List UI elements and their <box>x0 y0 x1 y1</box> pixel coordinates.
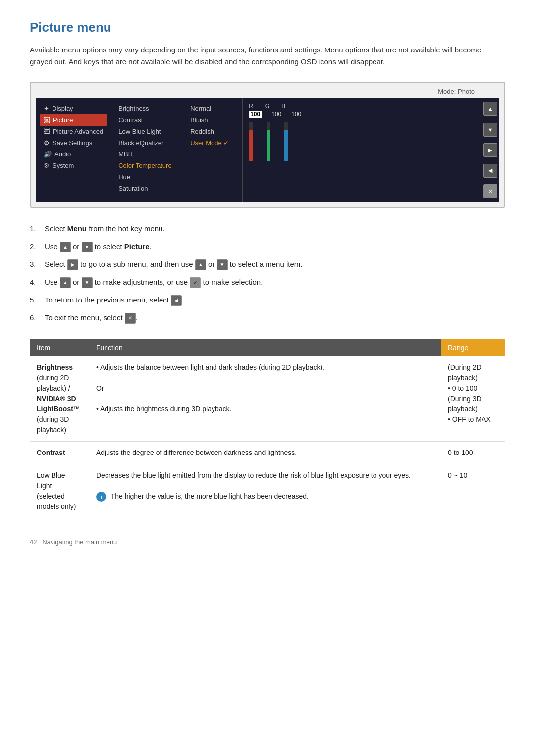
osd-sub-contrast[interactable]: Contrast <box>115 114 179 126</box>
table-row-contrast: Contrast Adjusts the degree of differenc… <box>30 442 505 464</box>
step4-check-btn[interactable]: ✓ <box>190 277 201 288</box>
step4-up-btn[interactable]: ▲ <box>60 277 71 288</box>
step6-exit-btn[interactable]: ✕ <box>125 313 136 324</box>
osd-col-options: Normal Bluish Reddish User Mode ✓ <box>183 98 243 202</box>
steps-list: 1. Select Menu from the hot key menu. 2.… <box>30 223 505 324</box>
osd-item-system[interactable]: ⚙ System <box>40 160 107 171</box>
picture-icon: 🖼 <box>44 116 50 124</box>
step-6: 6. To exit the menu, select ✕. <box>30 312 505 324</box>
step-3: 3. Select ▶ to go to a sub menu, and the… <box>30 258 505 270</box>
osd-item-display[interactable]: ✦ Display <box>40 103 107 114</box>
osd-col-rgb: R G B 100 100 100 <box>243 98 482 202</box>
rgb-bar-g <box>267 122 270 161</box>
picture-advanced-icon: 🖼 <box>44 128 50 135</box>
osd-item-picture-advanced[interactable]: 🖼 Picture Advanced <box>40 126 107 137</box>
table-header-item: Item <box>30 339 89 356</box>
osd-sub-low-blue-light[interactable]: Low Blue Light <box>115 126 179 137</box>
rgb-value-g: 100 <box>271 111 281 118</box>
rgb-label-r: R <box>249 103 253 110</box>
step3-up-btn[interactable]: ▲ <box>195 259 206 270</box>
system-icon: ⚙ <box>44 162 50 169</box>
osd-col-main: ✦ Display 🖼 Picture 🖼 Picture Advanced ⚙… <box>36 98 111 202</box>
osd-sub-hue[interactable]: Hue <box>115 171 179 183</box>
table-cell-lbl-range: 0 ~ 10 <box>441 464 505 518</box>
osd-nav-right[interactable]: ▶ <box>483 143 497 157</box>
table-cell-contrast-range: 0 to 100 <box>441 442 505 464</box>
rgb-values: 100 100 100 <box>249 111 301 118</box>
rgb-value-r: 100 <box>249 111 262 118</box>
table-cell-lbl-function: Decreases the blue light emitted from th… <box>89 464 441 518</box>
osd-opt-reddish[interactable]: Reddish <box>187 126 238 137</box>
osd-nav-left[interactable]: ◀ <box>483 164 497 178</box>
table-cell-contrast-function: Adjusts the degree of difference between… <box>89 442 441 464</box>
osd-mode-bar: Mode: Photo <box>36 88 499 95</box>
osd-item-picture[interactable]: 🖼 Picture <box>40 114 107 126</box>
osd-nav-up[interactable]: ▲ <box>483 102 497 116</box>
display-icon: ✦ <box>44 105 49 112</box>
osd-opt-user-mode[interactable]: User Mode ✓ <box>187 137 238 149</box>
table-row-brightness: Brightness (during 2Dplayback) / NVIDIA®… <box>30 356 505 442</box>
footer-page-num: 42 <box>30 538 37 546</box>
save-settings-icon: ⚙ <box>44 139 50 147</box>
step3-right-btn[interactable]: ▶ <box>67 259 78 270</box>
osd-sub-mbr[interactable]: MBR <box>115 149 179 160</box>
table-row-low-blue-light: Low BlueLight(selectedmodels only) Decre… <box>30 464 505 518</box>
audio-icon: 🔊 <box>44 151 52 158</box>
osd-opt-bluish[interactable]: Bluish <box>187 114 238 126</box>
osd-item-save-settings[interactable]: ⚙ Save Settings <box>40 137 107 149</box>
note-icon: i <box>96 492 106 502</box>
table-cell-lbl-item: Low BlueLight(selectedmodels only) <box>30 464 89 518</box>
osd-sub-color-temperature[interactable]: Color Temperature <box>115 160 179 171</box>
osd-col-submenu: Brightness Contrast Low Blue Light Black… <box>111 98 183 202</box>
rgb-bar-r <box>249 122 253 161</box>
step-5: 5. To return to the previous menu, selec… <box>30 294 505 306</box>
table-cell-brightness-range: (During 2Dplayback) • 0 to 100 (During 3… <box>441 356 505 442</box>
step-2: 2. Use ▲ or ▼ to select Picture. <box>30 241 505 252</box>
info-table: Item Function Range Brightness (during 2… <box>30 339 505 518</box>
rgb-value-b: 100 <box>291 111 301 118</box>
step4-down-btn[interactable]: ▼ <box>82 277 93 288</box>
table-header-function: Function <box>89 339 441 356</box>
table-cell-contrast-item: Contrast <box>30 442 89 464</box>
rgb-labels: R G B <box>249 103 285 110</box>
osd-mockup: Mode: Photo ✦ Display 🖼 Picture 🖼 Pictur… <box>30 82 505 208</box>
osd-item-audio[interactable]: 🔊 Audio <box>40 149 107 160</box>
rgb-label-g: G <box>265 103 269 110</box>
rgb-bar-b <box>284 122 288 161</box>
step-1: 1. Select Menu from the hot key menu. <box>30 223 505 235</box>
intro-paragraph: Available menu options may vary dependin… <box>30 44 505 68</box>
osd-body: ✦ Display 🖼 Picture 🖼 Picture Advanced ⚙… <box>36 98 499 202</box>
osd-sub-brightness[interactable]: Brightness <box>115 103 179 114</box>
page-footer: 42 Navigating the main menu <box>30 538 505 546</box>
step5-left-btn[interactable]: ◀ <box>171 295 182 306</box>
osd-sub-saturation[interactable]: Saturation <box>115 183 179 194</box>
osd-nav-exit[interactable]: ✕ <box>483 184 497 198</box>
page-title: Picture menu <box>30 20 505 35</box>
step-4: 4. Use ▲ or ▼ to make adjustments, or us… <box>30 276 505 288</box>
table-cell-brightness-item: Brightness (during 2Dplayback) / NVIDIA®… <box>30 356 89 442</box>
osd-nav-down[interactable]: ▼ <box>483 123 497 137</box>
rgb-label-b: B <box>281 103 285 110</box>
footer-page-text: Navigating the main menu <box>42 538 117 546</box>
step2-down-btn[interactable]: ▼ <box>82 242 93 252</box>
osd-sub-black-equalizer[interactable]: Black eQualizer <box>115 137 179 149</box>
table-header-range: Range <box>441 339 505 356</box>
osd-opt-normal[interactable]: Normal <box>187 103 238 114</box>
table-cell-brightness-function: • Adjusts the balance between light and … <box>89 356 441 442</box>
step2-up-btn[interactable]: ▲ <box>60 242 71 252</box>
osd-nav-buttons: ▲ ▼ ▶ ◀ ✕ <box>482 98 499 202</box>
step3-down-btn[interactable]: ▼ <box>217 259 228 270</box>
rgb-bar-container <box>249 122 288 161</box>
